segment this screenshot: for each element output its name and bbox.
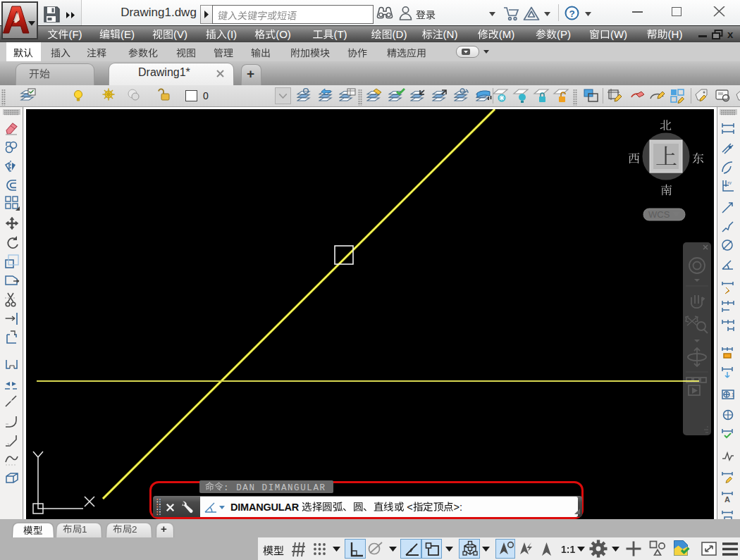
svg-text:WCS: WCS	[648, 209, 670, 220]
svg-text:xy: xy	[727, 180, 732, 185]
svg-text:A: A	[724, 495, 730, 504]
svg-text:.1: .1	[730, 392, 734, 397]
svg-text:?: ?	[569, 8, 574, 19]
